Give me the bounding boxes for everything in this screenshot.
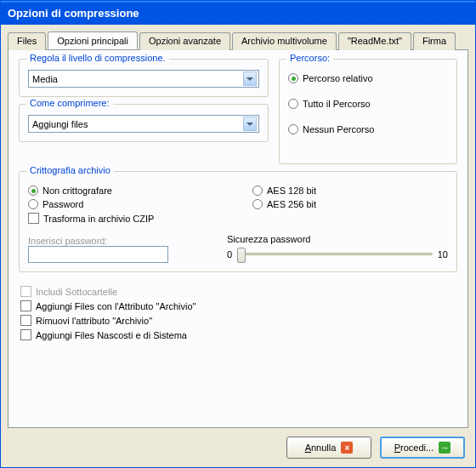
button-label: Annulla (305, 442, 337, 453)
close-icon: × (341, 442, 353, 454)
path-group: Percorso: Percorso relativo Tutto il Per… (279, 59, 457, 164)
tab-strip: Files Opzioni principali Opzioni avanzat… (8, 31, 468, 49)
radio-label: Percorso relativo (303, 73, 373, 83)
strength-min: 0 (227, 249, 232, 260)
button-label: Procedi... (394, 442, 434, 453)
tab-readme[interactable]: "ReadMe.txt" (338, 32, 411, 50)
tab-label: Opzioni principali (57, 36, 128, 46)
radio-icon (288, 99, 298, 109)
path-relative-radio[interactable]: Percorso relativo (288, 73, 448, 83)
radio-label: AES 256 bit (267, 199, 316, 209)
tab-label: Firma (422, 36, 446, 46)
crypto-password-radio[interactable]: Password (28, 199, 242, 209)
check-label: Aggiungi Files Nascosti e di Sistema (36, 330, 187, 340)
crypto-group: Crittografia archivio Non crittografare … (19, 171, 457, 272)
tab-label: Files (17, 36, 37, 46)
window-title: Opzioni di compressione (8, 7, 139, 20)
checkbox-icon (28, 213, 39, 224)
path-legend: Percorso: (286, 53, 333, 63)
combo-value: Aggiungi files (32, 119, 88, 129)
compression-level-combo[interactable]: Media (28, 70, 259, 88)
crypto-czip-check[interactable]: Trasforma in archivio CZIP (28, 213, 242, 224)
arrow-right-icon: → (439, 442, 450, 454)
crypto-none-radio[interactable]: Non crittografare (28, 185, 242, 196)
checkbox-icon (20, 286, 31, 297)
radio-icon (252, 199, 263, 209)
tab-files[interactable]: Files (8, 32, 46, 50)
radio-icon (288, 73, 298, 83)
tab-main-options[interactable]: Opzioni principali (48, 31, 138, 49)
radio-icon (288, 124, 298, 134)
check-label: Rimuovi l'attributo "Archivio" (36, 316, 152, 326)
path-full-radio[interactable]: Tutto il Percorso (288, 99, 448, 109)
strength-max: 10 (438, 249, 448, 260)
tab-signature[interactable]: Firma (413, 32, 456, 50)
radio-label: AES 128 bit (267, 185, 316, 196)
add-hidden-check[interactable]: Aggiungi Files Nascosti e di Sistema (20, 329, 456, 340)
folders-group: Includi Sottocartelle Aggiungi Files con… (19, 279, 457, 347)
footer: Annulla × Procedi... → (8, 428, 468, 464)
slider-thumb[interactable] (237, 248, 246, 263)
path-none-radio[interactable]: Nessun Percorso (288, 124, 448, 134)
checkbox-icon (20, 300, 31, 311)
checkbox-icon (20, 315, 31, 326)
content-area: Files Opzioni principali Opzioni avanzat… (1, 25, 475, 467)
proceed-button[interactable]: Procedi... → (380, 437, 465, 459)
check-label: Trasforma in archivio CZIP (43, 214, 154, 224)
include-subfolders-check: Includi Sottocartelle (20, 286, 456, 297)
password-label: Inserisci password: (28, 236, 217, 246)
tab-label: "ReadMe.txt" (348, 36, 402, 46)
radio-icon (28, 199, 38, 209)
crypto-legend: Crittografia archivio (26, 165, 114, 175)
strength-label: Sicurezza password (227, 234, 448, 244)
slider-track (237, 253, 433, 255)
cancel-button[interactable]: Annulla × (286, 437, 371, 459)
radio-label: Nessun Percorso (303, 124, 374, 134)
tab-label: Archivio multivolume (241, 36, 327, 46)
password-input[interactable] (28, 246, 168, 263)
remove-archive-attr-check[interactable]: Rimuovi l'attributo "Archivio" (20, 315, 456, 326)
radio-icon (252, 185, 263, 196)
tab-multivolume[interactable]: Archivio multivolume (232, 32, 337, 50)
check-label: Includi Sottocartelle (36, 287, 117, 297)
add-archive-attr-check[interactable]: Aggiungi Files con l'Attributo "Archivio… (20, 300, 456, 311)
check-label: Aggiungi Files con l'Attributo "Archivio… (36, 301, 196, 311)
compression-level-group: Regola il livello di compressione. Media (19, 59, 269, 97)
compression-level-legend: Regola il livello di compressione. (26, 53, 169, 63)
compression-how-combo[interactable]: Aggiungi files (28, 115, 259, 133)
titlebar[interactable]: Opzioni di compressione (1, 1, 475, 25)
radio-label: Non crittografare (42, 185, 112, 196)
compression-how-legend: Come comprimere: (26, 98, 113, 108)
compression-how-group: Come comprimere: Aggiungi files (19, 104, 269, 142)
crypto-aes256-radio[interactable]: AES 256 bit (252, 199, 448, 209)
radio-label: Tutto il Percorso (303, 99, 371, 109)
crypto-aes128-radio[interactable]: AES 128 bit (252, 185, 448, 196)
combo-value: Media (32, 74, 58, 84)
dialog-window: Opzioni di compressione Files Opzioni pr… (0, 0, 476, 468)
tab-advanced-options[interactable]: Opzioni avanzate (139, 32, 230, 50)
radio-label: Password (42, 199, 83, 209)
chevron-down-icon[interactable] (243, 117, 257, 131)
chevron-down-icon[interactable] (243, 71, 257, 86)
checkbox-icon (20, 329, 31, 340)
tab-panel: Regola il livello di compressione. Media… (8, 49, 468, 428)
radio-icon (28, 185, 38, 196)
tab-label: Opzioni avanzate (149, 36, 221, 46)
strength-slider[interactable] (237, 246, 433, 263)
